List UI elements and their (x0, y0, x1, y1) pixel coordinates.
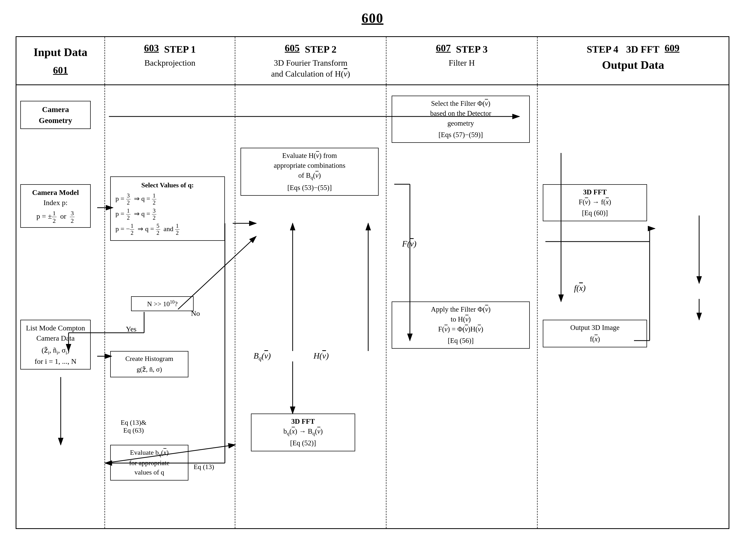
step3-number: 607 (436, 42, 451, 54)
evaluate-h-box: Evaluate H(v) from appropriate combinati… (240, 148, 379, 196)
step2-number: 605 (285, 42, 300, 54)
h-label: H(v) (314, 351, 329, 361)
content-col-step3: Select the Filter Φ(v) based on the Dete… (386, 85, 538, 528)
fv-label: F(v) (402, 239, 416, 249)
eq13-label: Eq (13) (194, 463, 214, 471)
step4-desc: 3D FFT (626, 43, 659, 55)
step2-label: STEP 2 (305, 43, 336, 55)
step4-output: Output Data (602, 58, 664, 72)
create-histogram-box: Create Histogram g(z̃, ñ, σ) (110, 351, 188, 377)
header-row: Input Data 601 603 STEP 1 Backprojection… (17, 37, 728, 85)
fft-3d-box: 3D FFT F(v) → f(x) [Eq (60)] (543, 184, 647, 221)
step4-label: STEP 4 (587, 43, 618, 55)
select-q-box: Select Values of q: p = 32 ⇒ q = 12 p = … (110, 176, 225, 240)
evaluate-bq-box: Evaluate bq(x) for appropriate values of… (110, 445, 188, 480)
n-decision-box: N >> 1010? (131, 296, 194, 311)
fft-box-step2: 3D FFT bq(x) → Bq(v) [Eq (52)] (251, 414, 355, 451)
content-col-step1: Select Values of q: p = 32 ⇒ q = 12 p = … (105, 85, 235, 528)
header-step4: STEP 4 3D FFT 609 Output Data (538, 37, 728, 85)
no-label: No (191, 309, 200, 318)
input-data-num: 601 (53, 64, 68, 76)
header-step1: 603 STEP 1 Backprojection (105, 37, 235, 85)
apply-filter-box: Apply the Filter Φ(v) to H(v) F(v) = Φ(v… (392, 301, 530, 349)
fx-label: f(x) (574, 283, 585, 293)
header-step3: 607 STEP 3 Filter H (386, 37, 538, 85)
step1-desc: Backprojection (144, 58, 195, 69)
header-step2: 605 STEP 2 3D Fourier Transform and Calc… (235, 37, 386, 85)
select-filter-box: Select the Filter Φ(v) based on the Dete… (392, 96, 530, 143)
content-row: Camera Geometry Camera Model Index p: p … (17, 85, 728, 528)
output-box: Output 3D Image f(x) (543, 320, 647, 348)
step3-desc: Filter H (449, 58, 475, 69)
content-col-step2: Evaluate H(v) from appropriate combinati… (235, 85, 386, 528)
step1-label: STEP 1 (164, 43, 196, 55)
list-mode-box: List Mode Compton Camera Data (z̃i, ñi, … (20, 320, 91, 369)
eq13-eq63-label: Eq (13)&Eq (63) (121, 419, 147, 434)
camera-model-box: Camera Model Index p: p = ±12 or 32 (20, 184, 91, 228)
content-col-input: Camera Geometry Camera Model Index p: p … (17, 85, 105, 528)
step2-desc: 3D Fourier Transform and Calculation of … (271, 58, 350, 79)
camera-geometry-box: Camera Geometry (20, 101, 91, 129)
bq-label: Bq(v) (254, 351, 271, 362)
step3-label: STEP 3 (456, 43, 488, 55)
header-input-data: Input Data 601 (17, 37, 105, 85)
step1-number: 603 (144, 42, 159, 54)
content-col-step4: 3D FFT F(v) → f(x) [Eq (60)] f(x) Output… (538, 85, 728, 528)
input-data-label: Input Data (34, 45, 88, 59)
yes-label: Yes (126, 325, 136, 333)
page-title: 600 (362, 10, 384, 26)
step4-number: 609 (665, 42, 680, 54)
main-diagram: Input Data 601 603 STEP 1 Backprojection… (15, 36, 730, 529)
